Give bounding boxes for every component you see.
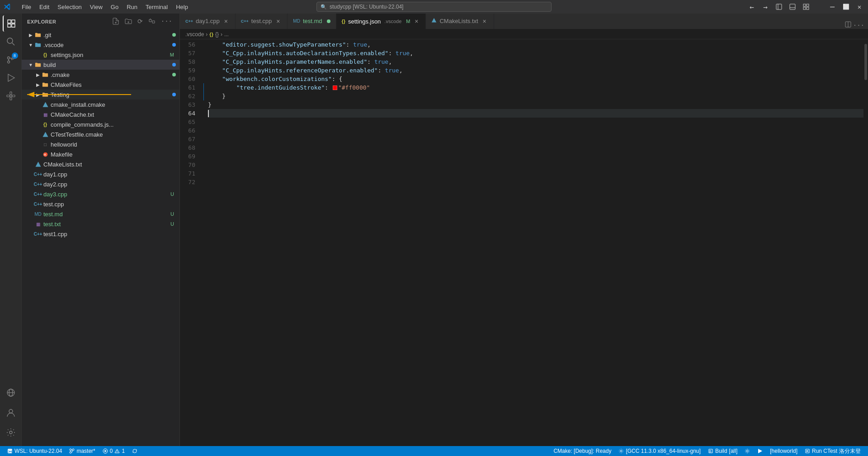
menu-view[interactable]: View: [86, 3, 106, 11]
tree-item-compile-commands[interactable]: ▶ {} compile_commands.js...: [22, 119, 179, 129]
tab-close-day1[interactable]: ×: [222, 18, 230, 25]
tree-item-cmake-install[interactable]: ▶ cmake_install.cmake: [22, 100, 179, 109]
breadcrumb-settings[interactable]: {}: [215, 31, 219, 38]
minimize-button[interactable]: ─: [827, 2, 837, 12]
editor-content[interactable]: 56 57 58 59 60 61 62 63 64 65 66 67 68 6…: [180, 39, 868, 446]
menu-run[interactable]: Run: [123, 3, 141, 11]
activity-settings[interactable]: [3, 424, 19, 441]
tree-item-settings-json[interactable]: ▶ {} settings.json M: [22, 50, 179, 60]
new-file-icon[interactable]: [110, 17, 121, 27]
tab-test-md[interactable]: MD test.md: [288, 14, 336, 29]
activity-extensions[interactable]: [3, 88, 19, 104]
menu-file[interactable]: File: [18, 3, 35, 11]
menu-go[interactable]: Go: [107, 3, 122, 11]
folder-icon: [42, 71, 49, 78]
close-button[interactable]: ✕: [854, 2, 864, 12]
status-build[interactable]: B Build [all]: [704, 446, 741, 456]
editor-scrollbar[interactable]: [863, 39, 868, 446]
svg-text:B: B: [709, 450, 712, 453]
tree-item-testing[interactable]: ▶ Testing: [22, 90, 179, 100]
activity-run[interactable]: [3, 70, 19, 86]
status-launch[interactable]: [helloworld]: [766, 446, 801, 456]
more-tabs-icon[interactable]: ···: [853, 22, 864, 29]
scrollbar-thumb[interactable]: [864, 44, 867, 80]
tree-label-ctesttestfile: CTestTestfile.cmake: [51, 131, 176, 138]
tree-item-vscode[interactable]: ▼ .vscode: [22, 40, 179, 50]
gear-icon: [618, 448, 624, 454]
ctest-icon: [805, 448, 810, 454]
svg-text:><: ><: [8, 450, 13, 454]
more-options-icon[interactable]: ···: [159, 17, 174, 27]
tree-item-test1-cpp[interactable]: ▶ C++ test1.cpp: [22, 229, 179, 239]
tab-cmakelists[interactable]: CMakeLists.txt ×: [426, 14, 494, 29]
tree-label-cmakefiles: CMakeFiles: [51, 81, 176, 88]
tab-settings-json[interactable]: {} settings.json .vscode M ×: [336, 14, 426, 29]
tree-item-cmakelists[interactable]: ▶ CMakeLists.txt: [22, 159, 179, 169]
status-run[interactable]: [754, 446, 766, 456]
tab-day1-cpp[interactable]: C++ day1.cpp ×: [180, 14, 236, 29]
toggle-panel-icon[interactable]: [788, 2, 797, 12]
tree-item-cmakecache[interactable]: ▶ ▦ CMakeCache.txt: [22, 109, 179, 119]
collapse-all-icon[interactable]: [146, 17, 157, 27]
status-run-ctest[interactable]: Run CTest 洛分末登: [801, 446, 864, 456]
tab-test-cpp[interactable]: C++ test.cpp ×: [236, 14, 288, 29]
txt-file-icon: ▦: [34, 220, 42, 228]
tree-item-day3-cpp[interactable]: ▶ C++ day3.cpp U: [22, 189, 179, 199]
svg-point-42: [70, 451, 71, 453]
line-num-57: 57: [180, 49, 199, 57]
tree-item-build[interactable]: ▼ build: [22, 60, 179, 70]
tree-item-ctesttestfile[interactable]: ▶ CTestTestfile.cmake: [22, 129, 179, 139]
activity-explorer[interactable]: [3, 15, 19, 32]
menu-terminal[interactable]: Terminal: [142, 3, 171, 11]
tab-label-test-cpp: test.cpp: [251, 18, 272, 24]
status-branch[interactable]: master*: [66, 446, 99, 456]
toggle-sidebar-icon[interactable]: [774, 2, 784, 12]
new-folder-icon[interactable]: [123, 17, 134, 27]
status-sync[interactable]: [128, 446, 141, 456]
cpp-file-icon: C++: [34, 200, 42, 208]
menu-edit[interactable]: Edit: [36, 3, 53, 11]
tree-item-makefile[interactable]: ▶ M Makefile: [22, 149, 179, 159]
status-wsl[interactable]: >< WSL: Ubuntu-22.04: [4, 446, 66, 456]
tree-item-git[interactable]: ▶ .git: [22, 30, 179, 40]
nav-forward-button[interactable]: →: [760, 2, 770, 12]
breadcrumb-dots[interactable]: ...: [224, 31, 229, 38]
tree-item-cmakefiles[interactable]: ▶ CMakeFiles: [22, 80, 179, 90]
json-file-icon: {}: [42, 51, 49, 58]
search-bar[interactable]: 🔍 studycpp [WSL: Ubuntu-22.04]: [316, 2, 552, 12]
svg-rect-16: [10, 95, 12, 97]
activity-remote[interactable]: [3, 385, 19, 401]
tree-label-settings-json: settings.json: [51, 52, 170, 58]
tree-item-test-txt[interactable]: ▶ ▦ test.txt U: [22, 219, 179, 229]
code-editor[interactable]: "editor.suggest.showTypeParameters": tru…: [204, 39, 863, 446]
maximize-button[interactable]: ⬜: [841, 2, 851, 12]
tab-close-settings[interactable]: ×: [413, 18, 420, 25]
status-compiler[interactable]: [GCC 11.3.0 x86_64-linux-gnu]: [615, 446, 704, 456]
menu-help[interactable]: Help: [172, 3, 192, 11]
activity-account[interactable]: [3, 404, 19, 421]
folder-icon: [34, 41, 42, 48]
tree-item-helloworld[interactable]: ▶ □ helloworld: [22, 139, 179, 149]
activity-source-control[interactable]: 8: [3, 52, 19, 68]
svg-rect-2: [790, 4, 795, 10]
split-editor-icon[interactable]: [845, 21, 851, 29]
tab-close-cmakelists[interactable]: ×: [481, 18, 488, 25]
status-errors[interactable]: 0 1: [99, 446, 128, 456]
nav-back-button[interactable]: ←: [747, 2, 757, 12]
tab-close-test-cpp[interactable]: ×: [274, 18, 282, 25]
menu-selection[interactable]: Selection: [54, 3, 85, 11]
tree-item-day2-cpp[interactable]: ▶ C++ day2.cpp: [22, 179, 179, 189]
refresh-icon[interactable]: ⟳: [136, 17, 145, 27]
tree-label-cmakelists: CMakeLists.txt: [43, 161, 176, 168]
status-cmake[interactable]: CMake: [Debug]: Ready: [550, 446, 615, 456]
tree-item-test-cpp[interactable]: ▶ C++ test.cpp: [22, 199, 179, 209]
layout-icon[interactable]: [801, 2, 811, 12]
tree-item-cmake-dir[interactable]: ▶ .cmake: [22, 70, 179, 80]
settings-icon: [745, 448, 750, 454]
breadcrumb-vscode[interactable]: .vscode: [185, 31, 204, 38]
tab-label-settings-json: settings.json: [348, 18, 381, 25]
activity-search[interactable]: [3, 33, 19, 50]
tree-item-test-md[interactable]: ▶ MD test.md U: [22, 209, 179, 219]
tree-item-day1-cpp[interactable]: ▶ C++ day1.cpp: [22, 169, 179, 179]
status-settings-icon[interactable]: [741, 446, 754, 456]
